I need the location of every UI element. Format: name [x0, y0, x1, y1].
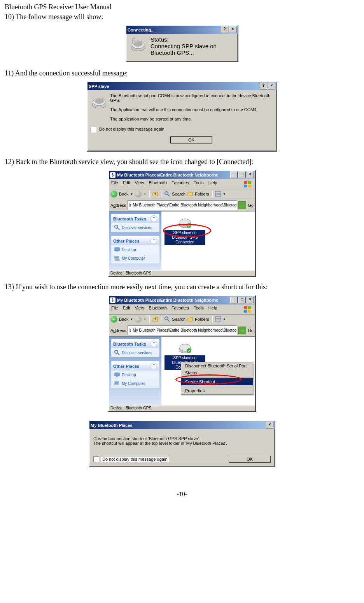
ok-button[interactable]: OK — [229, 456, 271, 463]
info-line3: The application may be started at any ti… — [110, 117, 273, 121]
title-text: My Bluetooth Places\Entire Bluetooth Nei… — [117, 298, 218, 302]
chevron-down-icon[interactable]: ▼ — [130, 192, 133, 196]
bluetooth-icon: ᛒ — [110, 172, 116, 178]
ctx-status[interactable]: Status — [181, 369, 253, 376]
close-icon[interactable]: × — [247, 171, 254, 178]
ctx-create-shortcut[interactable]: Create Shortcut — [181, 378, 253, 385]
spp-slave-item[interactable]: SPP slave on Bluetooth GPS Connected — [164, 215, 205, 245]
menu-file[interactable]: File — [111, 180, 118, 188]
discover-services-link[interactable]: Discover services — [111, 223, 159, 232]
menu-help[interactable]: Help — [208, 180, 217, 188]
help-icon[interactable]: ? — [221, 26, 228, 33]
step-10: 10) The follow message will show: — [5, 13, 359, 21]
ctx-disconnect[interactable]: Disconnect Bluetooth Serial Port — [181, 362, 253, 369]
svg-rect-21 — [115, 257, 118, 259]
svg-point-11 — [165, 192, 168, 195]
menu-edit[interactable]: Edit — [123, 306, 130, 313]
menu-favorites[interactable]: Favorites — [172, 180, 189, 188]
folders-icon[interactable] — [187, 191, 193, 197]
svg-rect-18 — [115, 248, 119, 251]
menu-view[interactable]: View — [135, 180, 144, 188]
menu-view[interactable]: View — [135, 306, 144, 313]
title-text: My Bluetooth Places — [91, 423, 133, 428]
minimize-icon[interactable]: _ — [230, 171, 238, 178]
desktop-link[interactable]: Desktop — [111, 371, 159, 379]
forward-button: → — [135, 191, 142, 198]
help-icon[interactable]: ? — [260, 83, 267, 89]
search-label[interactable]: Search — [172, 192, 186, 196]
status-label: Status: — [150, 36, 217, 43]
search-icon[interactable] — [164, 191, 170, 197]
maximize-icon[interactable]: □ — [238, 171, 246, 178]
collapse-icon[interactable]: ⌃ — [150, 238, 157, 244]
back-label[interactable]: Back — [119, 192, 128, 196]
svg-rect-3 — [133, 38, 135, 44]
svg-rect-29 — [248, 310, 251, 313]
back-label[interactable]: Back — [119, 317, 128, 322]
close-icon[interactable]: × — [266, 422, 273, 428]
up-folder-icon[interactable] — [152, 191, 158, 197]
svg-rect-40 — [115, 382, 118, 384]
titlebar: Connecting... ? × — [126, 26, 238, 34]
search-icon[interactable] — [164, 316, 170, 322]
page-number: -10- — [5, 491, 359, 498]
collapse-icon[interactable]: ⌃ — [150, 215, 157, 222]
up-folder-icon[interactable] — [152, 316, 158, 322]
go-button[interactable]: → — [238, 327, 246, 334]
address-field[interactable]: ᛒ My Bluetooth Places\Entire Bluetooth N… — [128, 325, 237, 335]
ok-button[interactable]: OK — [170, 136, 212, 143]
go-button[interactable]: → — [238, 201, 246, 209]
info-line1: Created connection shortcut 'Bluetooth G… — [93, 436, 271, 441]
info-line2: The shortcut will appear at the top leve… — [93, 441, 271, 446]
svg-point-30 — [165, 317, 168, 320]
search-icon — [114, 224, 120, 231]
menu-tools[interactable]: Tools — [194, 180, 204, 188]
menu-bluetooth[interactable]: Bluetooth — [149, 180, 167, 188]
svg-rect-22 — [116, 260, 119, 260]
menu-tools[interactable]: Tools — [194, 306, 204, 313]
dont-show-checkbox[interactable] — [93, 456, 99, 462]
discover-services-link[interactable]: Discover services — [111, 348, 159, 357]
close-icon[interactable]: × — [268, 83, 275, 89]
menu-favorites[interactable]: Favorites — [172, 306, 189, 313]
close-icon[interactable]: × — [229, 26, 236, 33]
chevron-down-icon[interactable]: ▼ — [223, 192, 226, 196]
folders-icon[interactable] — [187, 316, 193, 322]
back-button[interactable]: ← — [110, 191, 117, 198]
desktop-link[interactable]: Desktop — [111, 245, 159, 254]
bluetooth-icon: ᛒ — [129, 203, 131, 207]
serial-port-icon — [91, 93, 108, 110]
my-computer-link[interactable]: My Computer — [111, 254, 159, 262]
svg-line-17 — [117, 228, 119, 230]
chevron-down-icon[interactable]: ▼ — [143, 192, 146, 196]
menu-help[interactable]: Help — [208, 306, 217, 313]
maximize-icon[interactable]: □ — [238, 297, 246, 303]
back-button[interactable]: ← — [110, 316, 117, 323]
views-icon[interactable] — [215, 191, 221, 197]
svg-rect-8 — [248, 181, 251, 184]
go-label[interactable]: Go — [248, 203, 254, 208]
menu-file[interactable]: File — [111, 306, 118, 313]
folders-label[interactable]: Folders — [195, 192, 209, 196]
ctx-properties[interactable]: Properties — [181, 387, 253, 394]
minimize-icon[interactable]: _ — [230, 297, 238, 303]
svg-rect-38 — [116, 376, 118, 377]
svg-rect-32 — [215, 316, 221, 322]
menubar: File Edit View Bluetooth Favorites Tools… — [109, 179, 255, 189]
address-field[interactable]: ᛒ My Bluetooth Places\Entire Bluetooth N… — [128, 200, 237, 210]
title-text: SPP slave — [89, 84, 109, 89]
address-label: Address — [110, 203, 126, 208]
desktop-icon — [114, 246, 120, 253]
close-icon[interactable]: × — [247, 297, 254, 303]
menu-bluetooth[interactable]: Bluetooth — [149, 306, 167, 313]
dont-show-checkbox[interactable] — [91, 127, 96, 133]
my-computer-link[interactable]: My Computer — [111, 379, 159, 388]
other-places-heading: Other Places — [113, 239, 139, 243]
windows-logo-icon — [243, 180, 253, 188]
step-13: 13) If you wish to use the connection mo… — [5, 283, 359, 291]
views-icon[interactable] — [215, 316, 221, 322]
address-bar: Address ᛒ My Bluetooth Places\Entire Blu… — [109, 199, 255, 211]
menu-edit[interactable]: Edit — [123, 180, 130, 188]
windows-logo-icon — [243, 306, 253, 313]
status-line1: Connecting SPP slave on — [150, 43, 217, 49]
